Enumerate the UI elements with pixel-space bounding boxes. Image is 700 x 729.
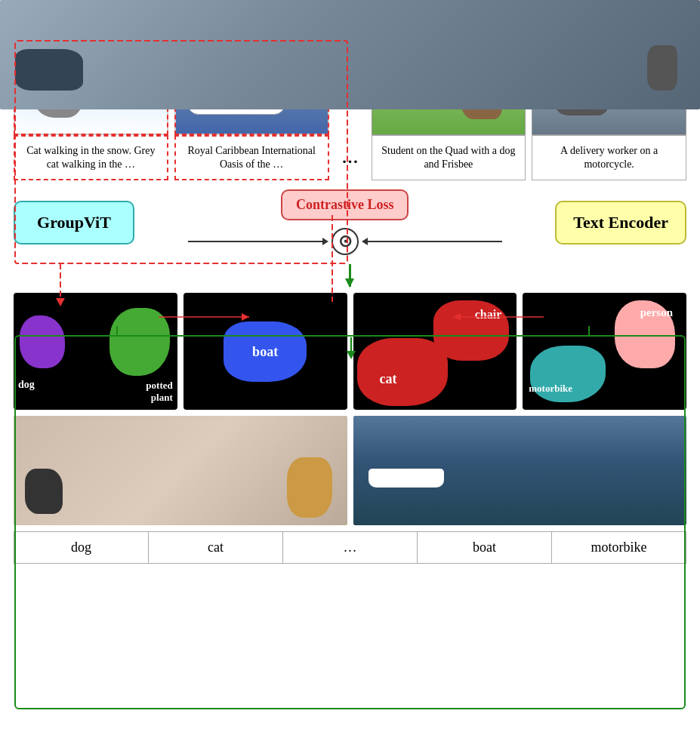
photo-motorbike — [0, 0, 700, 109]
caption-motorcycle: A delivery worker on a motorcycle. — [532, 135, 686, 180]
seg-box-person-moto: person motorbike — [523, 293, 686, 410]
seg-box-chair-cat: chair cat — [353, 293, 517, 410]
seg-label-chair: chair — [475, 308, 502, 321]
caption-ship: Royal Caribbean International Oasis of t… — [174, 135, 329, 180]
seg-label-cat: cat — [380, 371, 397, 387]
seg-label-potted-plant: pottedplant — [146, 380, 172, 404]
text-encoder-box: Text Encoder — [555, 201, 686, 245]
photo-dog — [14, 416, 347, 525]
seg-label-person: person — [640, 306, 673, 319]
groupvit-box: GroupViT — [14, 201, 134, 245]
photo-ship — [353, 416, 687, 525]
seg-label-dog: dog — [18, 379, 35, 391]
dot-product-symbol: ⊙ — [331, 228, 359, 255]
bottom-label-cat: cat — [149, 532, 283, 563]
seg-box-boat: boat — [183, 293, 347, 410]
contrastive-loss-box: Contrastive Loss — [281, 189, 409, 220]
caption-cat: Cat walking in the snow. Grey cat walkin… — [14, 135, 168, 180]
bottom-labels-row: dog cat … boat motorbike — [14, 531, 686, 564]
seg-box-dog-plant: dog pottedplant — [14, 293, 177, 410]
bottom-label-dog: dog — [14, 532, 149, 563]
bottom-label-boat: boat — [418, 532, 552, 563]
seg-label-motorbike: motorbike — [529, 383, 572, 395]
caption-student: Student on the Quad with a dog and Frisb… — [372, 135, 526, 180]
bottom-label-dots: … — [283, 532, 418, 563]
bottom-label-motorbike: motorbike — [552, 532, 686, 563]
seg-label-boat: boat — [252, 343, 278, 359]
